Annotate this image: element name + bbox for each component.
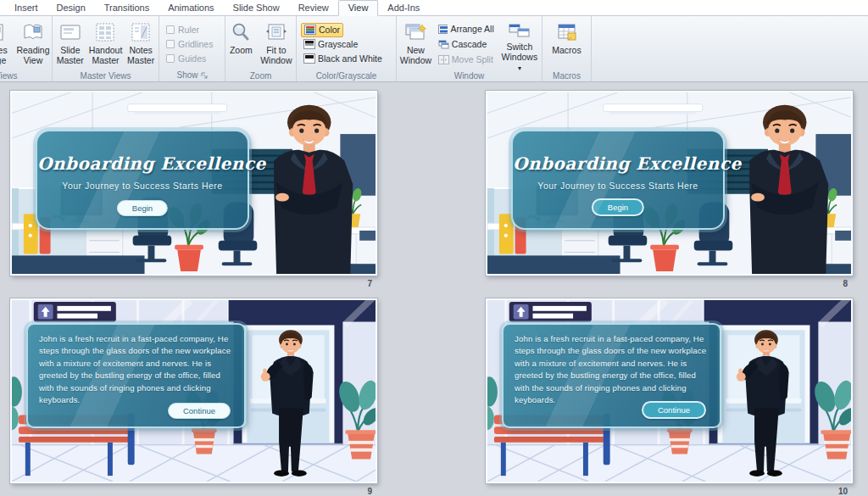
slide-canvas: Onboarding Excellence Your Journey to Su… bbox=[0, 83, 868, 496]
slide-7-thumbnail[interactable]: Onboarding Excellence Your Journey to Su… bbox=[10, 91, 377, 276]
ruler-checkbox-row: Ruler bbox=[166, 23, 223, 37]
arrange-all-button[interactable]: Arrange All bbox=[436, 22, 497, 36]
ruler-checkbox bbox=[166, 25, 175, 34]
tab-add-ins[interactable]: Add-Ins bbox=[378, 1, 429, 15]
ribbon-group-views: Notes Page Reading View Views bbox=[0, 16, 53, 81]
ribbon-group-macros: Macros Macros bbox=[542, 16, 592, 81]
continue-button-highlighted[interactable]: Continue bbox=[642, 401, 706, 419]
macros-icon bbox=[556, 20, 578, 44]
group-label-color-grayscale: Color/Grayscale bbox=[297, 71, 396, 81]
switch-windows-button[interactable]: Switch Windows ▾ bbox=[499, 19, 540, 70]
slide-body-text: John is a fresh recruit in a fast-paced … bbox=[515, 333, 709, 406]
color-button[interactable]: Color bbox=[301, 23, 343, 37]
ribbon-group-show: Ruler Gridlines Guides Show bbox=[159, 16, 225, 81]
gridlines-checkbox bbox=[166, 40, 175, 48]
slide-8-thumbnail[interactable]: Onboarding Excellence Your Journey to Su… bbox=[486, 91, 853, 276]
ribbon-group-color-grayscale: Color Grayscale Black and White Color/Gr… bbox=[297, 16, 397, 81]
group-label-master-views: Master Views bbox=[53, 71, 159, 81]
fit-to-window-button[interactable]: Fit to Window bbox=[259, 19, 294, 70]
tab-view[interactable]: View bbox=[338, 0, 379, 16]
tab-insert[interactable]: Insert bbox=[5, 1, 47, 15]
slide-9-thumbnail[interactable]: John is a fresh recruit in a fast-paced … bbox=[10, 298, 377, 483]
notes-master-icon bbox=[131, 20, 151, 44]
powerpoint-window: Insert Design Transitions Animations Sli… bbox=[0, 0, 868, 496]
switch-windows-icon bbox=[508, 20, 531, 41]
reading-view-icon bbox=[22, 20, 44, 44]
grayscale-swatch-icon bbox=[303, 39, 315, 49]
reading-view-button[interactable]: Reading View bbox=[14, 19, 52, 70]
handout-master-button[interactable]: Handout Master bbox=[88, 19, 124, 70]
group-label-window: Window bbox=[397, 71, 542, 81]
black-and-white-button[interactable]: Black and White bbox=[301, 52, 385, 66]
slide-title: Onboarding Excellence bbox=[513, 153, 723, 174]
new-window-button[interactable]: New Window bbox=[398, 19, 433, 70]
fit-to-window-icon bbox=[265, 20, 287, 44]
ribbon-group-master-views: Slide Master Handout Master Notes Master… bbox=[53, 16, 159, 81]
slide-master-icon bbox=[59, 20, 81, 44]
slide-7-title-panel: Onboarding Excellence Your Journey to Su… bbox=[36, 130, 249, 230]
slide-number-7: 7 bbox=[10, 279, 377, 288]
slide-subtitle: Your Journey to Success Starts Here bbox=[37, 181, 248, 191]
slide-number-10: 10 bbox=[486, 487, 853, 496]
group-label-show: Show bbox=[159, 70, 225, 81]
move-split-icon bbox=[438, 55, 449, 64]
slide-9-text-panel: John is a fresh recruit in a fast-paced … bbox=[26, 323, 246, 428]
group-label-zoom: Zoom bbox=[225, 71, 296, 81]
gridlines-checkbox-row: Gridlines bbox=[166, 37, 223, 52]
color-swatch-icon bbox=[304, 25, 316, 35]
ribbon-group-window: New Window Arrange All Cascade Move Spli… bbox=[397, 16, 542, 81]
tab-transitions[interactable]: Transitions bbox=[95, 1, 159, 15]
black-and-white-swatch-icon bbox=[303, 53, 315, 64]
begin-button[interactable]: Begin bbox=[117, 200, 168, 216]
slide-10-text-panel: John is a fresh recruit in a fast-paced … bbox=[502, 323, 721, 428]
tab-animations[interactable]: Animations bbox=[159, 1, 223, 15]
zoom-button[interactable]: Zoom bbox=[227, 19, 255, 70]
handout-master-icon bbox=[95, 20, 115, 44]
tab-review[interactable]: Review bbox=[289, 1, 338, 15]
slide-title: Onboarding Excellence bbox=[37, 153, 248, 174]
arrange-all-icon bbox=[438, 25, 448, 34]
slide-8-title-panel: Onboarding Excellence Your Journey to Su… bbox=[511, 130, 725, 230]
show-dialog-launcher-icon[interactable] bbox=[201, 71, 208, 81]
slide-subtitle: Your Journey to Success Starts Here bbox=[513, 181, 723, 191]
macros-button[interactable]: Macros bbox=[548, 19, 587, 70]
guides-checkbox-row: Guides bbox=[166, 52, 223, 66]
zoom-magnifier-icon bbox=[231, 20, 251, 44]
notes-master-button[interactable]: Notes Master bbox=[125, 19, 157, 70]
continue-button[interactable]: Continue bbox=[168, 403, 231, 419]
ribbon-group-zoom: Zoom Fit to Window Zoom bbox=[225, 16, 297, 81]
move-split-button: Move Split bbox=[436, 53, 497, 67]
tab-design[interactable]: Design bbox=[47, 1, 95, 15]
slide-body-text: John is a fresh recruit in a fast-paced … bbox=[39, 333, 233, 406]
guides-checkbox bbox=[166, 54, 175, 63]
slide-10-thumbnail[interactable]: John is a fresh recruit in a fast-paced … bbox=[486, 298, 853, 483]
tab-slide-show[interactable]: Slide Show bbox=[224, 1, 289, 15]
slide-number-9: 9 bbox=[10, 487, 377, 496]
ribbon-view-tab-contents: Notes Page Reading View Views Slide Mast… bbox=[0, 16, 868, 82]
slide-master-button[interactable]: Slide Master bbox=[54, 19, 86, 70]
notes-page-button[interactable]: Notes Page bbox=[0, 19, 14, 70]
new-window-icon bbox=[403, 20, 427, 44]
grayscale-button[interactable]: Grayscale bbox=[301, 37, 360, 52]
cascade-button[interactable]: Cascade bbox=[436, 37, 497, 52]
group-label-macros: Macros bbox=[542, 71, 591, 81]
ribbon-tab-bar: Insert Design Transitions Animations Sli… bbox=[0, 0, 868, 16]
slide-number-8: 8 bbox=[486, 279, 853, 288]
cascade-windows-icon bbox=[438, 40, 449, 49]
notes-page-icon bbox=[0, 20, 6, 44]
group-label-views: Views bbox=[0, 71, 52, 81]
begin-button-highlighted[interactable]: Begin bbox=[592, 198, 644, 216]
